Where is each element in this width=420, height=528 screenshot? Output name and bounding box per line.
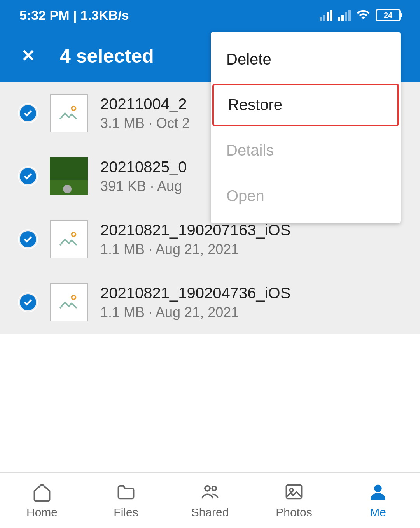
- battery-icon: 24: [376, 9, 401, 21]
- photo-icon: [284, 482, 304, 503]
- nav-home[interactable]: Home: [0, 473, 84, 528]
- signal-icon-1: [320, 9, 332, 21]
- context-menu: Delete Restore Details Open: [211, 32, 401, 223]
- image-placeholder-icon: [50, 220, 88, 258]
- battery-level: 24: [384, 11, 392, 20]
- nav-photos[interactable]: Photos: [252, 473, 336, 528]
- folder-icon: [116, 482, 136, 503]
- bottom-nav: Home Files Shared Photos Me: [0, 472, 420, 528]
- nav-label: Shared: [191, 506, 229, 519]
- file-info: 20210821_190207163_iOS 1.1 MB · Aug 21, …: [100, 221, 401, 258]
- svg-point-4: [212, 486, 216, 491]
- status-time: 5:32 PM | 1.3KB/s: [19, 8, 129, 23]
- menu-delete[interactable]: Delete: [211, 37, 401, 82]
- nav-label: Home: [26, 506, 58, 519]
- svg-point-7: [374, 485, 381, 492]
- file-name: 20210821_190204736_iOS: [100, 284, 401, 302]
- nav-label: Photos: [276, 506, 312, 519]
- svg-point-3: [205, 486, 210, 491]
- status-right: 24: [320, 7, 401, 23]
- checkbox-icon[interactable]: [19, 167, 37, 186]
- signal-icon-2: [338, 9, 351, 21]
- file-row[interactable]: 20210821_190204736_iOS 1.1 MB · Aug 21, …: [0, 271, 420, 334]
- status-bar: 5:32 PM | 1.3KB/s 24: [0, 0, 420, 30]
- image-placeholder-icon: [50, 94, 88, 132]
- image-thumbnail: [50, 157, 88, 195]
- nav-files[interactable]: Files: [84, 473, 168, 528]
- svg-point-0: [72, 107, 76, 111]
- people-icon: [200, 482, 220, 503]
- checkbox-icon[interactable]: [19, 230, 37, 249]
- checkbox-icon[interactable]: [19, 104, 37, 123]
- svg-point-6: [290, 488, 293, 492]
- file-meta: 1.1 MB · Aug 21, 2021: [100, 304, 401, 321]
- svg-point-1: [72, 233, 76, 237]
- checkbox-icon[interactable]: [19, 293, 37, 312]
- file-meta: 1.1 MB · Aug 21, 2021: [100, 241, 401, 258]
- home-icon: [32, 482, 52, 503]
- image-placeholder-icon: [50, 283, 88, 321]
- menu-open: Open: [211, 173, 401, 219]
- person-icon: [368, 482, 388, 503]
- nav-shared[interactable]: Shared: [168, 473, 252, 528]
- nav-label: Files: [114, 506, 138, 519]
- nav-me[interactable]: Me: [336, 473, 420, 528]
- nav-label: Me: [370, 506, 386, 519]
- svg-rect-5: [287, 485, 302, 499]
- menu-details: Details: [211, 128, 401, 173]
- file-info: 20210821_190204736_iOS 1.1 MB · Aug 21, …: [100, 284, 401, 321]
- close-icon[interactable]: [19, 46, 37, 66]
- svg-point-2: [72, 296, 76, 300]
- menu-restore[interactable]: Restore: [212, 84, 399, 126]
- selection-count: 4 selected: [60, 45, 154, 67]
- file-name: 20210821_190207163_iOS: [100, 221, 401, 239]
- wifi-icon: [356, 7, 370, 23]
